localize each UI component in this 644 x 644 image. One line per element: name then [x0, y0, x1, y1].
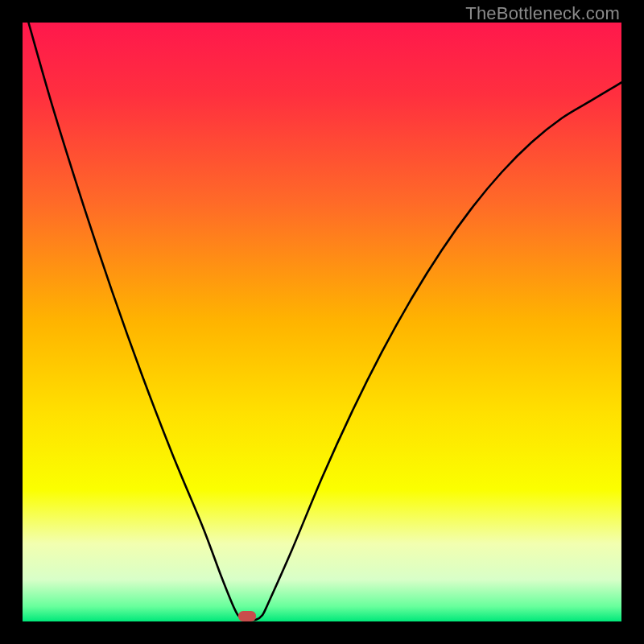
chart-frame: TheBottleneck.com [0, 0, 644, 644]
optimal-point-marker [238, 611, 256, 621]
watermark-text: TheBottleneck.com [465, 3, 620, 24]
gradient-background [23, 23, 621, 621]
bottleneck-chart [23, 23, 621, 621]
